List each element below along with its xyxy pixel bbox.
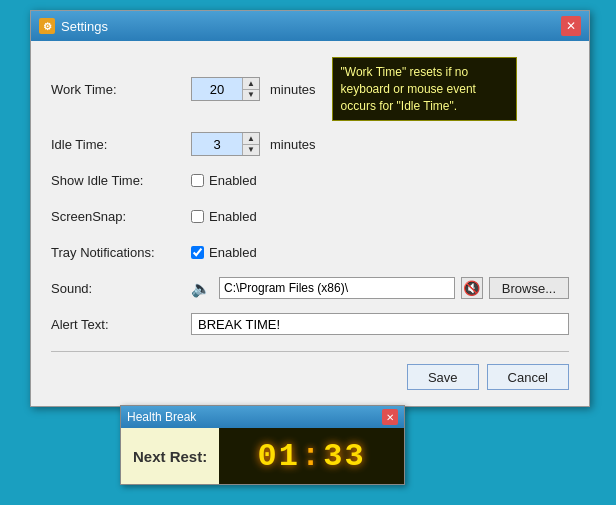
settings-window: ⚙ Settings ✕ Work Time: ▲ ▼ minutes "Wor… (30, 10, 590, 407)
tray-notifications-row: Tray Notifications: Enabled (51, 239, 569, 265)
window-title: Settings (61, 19, 108, 34)
idle-time-label: Idle Time: (51, 137, 191, 152)
browse-button[interactable]: Browse... (489, 277, 569, 299)
idle-time-spinner-buttons: ▲ ▼ (242, 133, 259, 155)
screensnap-row: ScreenSnap: Enabled (51, 203, 569, 229)
button-row: Save Cancel (51, 364, 569, 390)
save-button[interactable]: Save (407, 364, 479, 390)
alert-text-label: Alert Text: (51, 317, 191, 332)
show-idle-time-label: Show Idle Time: (51, 173, 191, 188)
screensnap-enabled-label: Enabled (209, 209, 257, 224)
digit-2: 3 (323, 438, 344, 475)
title-bar: ⚙ Settings ✕ (31, 11, 589, 41)
work-time-row: Work Time: ▲ ▼ minutes "Work Time" reset… (51, 57, 569, 121)
window-body: Work Time: ▲ ▼ minutes "Work Time" reset… (31, 41, 589, 406)
show-idle-time-row: Show Idle Time: Enabled (51, 167, 569, 193)
screensnap-control: Enabled (191, 209, 569, 224)
work-time-label: Work Time: (51, 82, 191, 97)
health-break-window: Health Break ✕ Next Rest: 01:33 (120, 405, 405, 485)
show-idle-time-control: Enabled (191, 173, 569, 188)
hb-body: Next Rest: 01:33 (121, 428, 404, 484)
work-time-spinner-buttons: ▲ ▼ (242, 78, 259, 100)
colon-1: : (301, 438, 322, 475)
digit-0: 0 (258, 438, 279, 475)
hb-title: Health Break (127, 410, 196, 424)
show-idle-time-enabled-label: Enabled (209, 173, 257, 188)
divider (51, 351, 569, 352)
sound-row: Sound: 🔈 🔇 Browse... (51, 275, 569, 301)
alert-text-control (191, 313, 569, 335)
settings-icon: ⚙ (39, 18, 55, 34)
hb-display: 01:33 (219, 428, 404, 484)
work-time-spinner: ▲ ▼ (191, 77, 260, 101)
time-display: 01:33 (258, 438, 366, 475)
work-time-input[interactable] (192, 78, 242, 100)
tray-notifications-checkbox[interactable] (191, 246, 204, 259)
screensnap-checkbox[interactable] (191, 210, 204, 223)
work-time-control: ▲ ▼ minutes "Work Time" resets if no key… (191, 57, 569, 121)
tray-notifications-label: Tray Notifications: (51, 245, 191, 260)
next-rest-label: Next Rest: (121, 428, 219, 484)
hb-title-bar: Health Break ✕ (121, 406, 404, 428)
speaker-icon: 🔈 (191, 279, 211, 298)
tooltip-box: "Work Time" resets if no keyboard or mou… (332, 57, 517, 121)
show-idle-time-checkbox[interactable] (191, 174, 204, 187)
tray-notifications-enabled-label: Enabled (209, 245, 257, 260)
work-time-unit: minutes (270, 82, 316, 97)
work-time-down[interactable]: ▼ (243, 89, 259, 100)
idle-time-input[interactable] (192, 133, 242, 155)
sound-control: 🔈 🔇 Browse... (191, 277, 569, 299)
idle-time-control: ▲ ▼ minutes (191, 132, 569, 156)
sound-path-input[interactable] (219, 277, 455, 299)
digit-3: 3 (344, 438, 365, 475)
close-button[interactable]: ✕ (561, 16, 581, 36)
mute-button[interactable]: 🔇 (461, 277, 483, 299)
idle-time-down[interactable]: ▼ (243, 144, 259, 155)
title-bar-left: ⚙ Settings (39, 18, 108, 34)
idle-time-spinner: ▲ ▼ (191, 132, 260, 156)
alert-text-input[interactable] (191, 313, 569, 335)
cancel-button[interactable]: Cancel (487, 364, 569, 390)
sound-label: Sound: (51, 281, 191, 296)
tray-notifications-control: Enabled (191, 245, 569, 260)
idle-time-up[interactable]: ▲ (243, 133, 259, 144)
idle-time-unit: minutes (270, 137, 316, 152)
work-time-up[interactable]: ▲ (243, 78, 259, 89)
screensnap-label: ScreenSnap: (51, 209, 191, 224)
idle-time-row: Idle Time: ▲ ▼ minutes (51, 131, 569, 157)
hb-close-button[interactable]: ✕ (382, 409, 398, 425)
digit-1: 1 (279, 438, 300, 475)
alert-text-row: Alert Text: (51, 311, 569, 337)
